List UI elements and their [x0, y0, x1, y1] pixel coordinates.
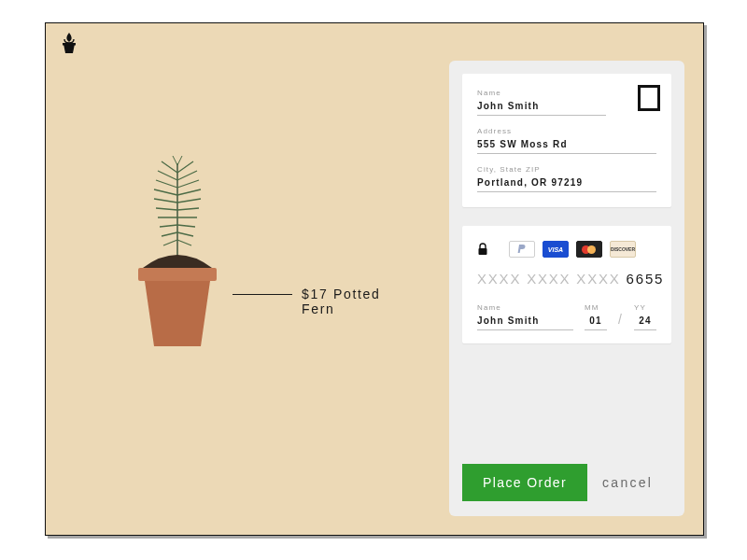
cardholder-name-input[interactable]	[477, 314, 573, 330]
product-preview: $17 Potted Fern	[92, 163, 410, 406]
shipping-city-label: City, State ZIP	[477, 165, 656, 174]
checkout-panel: Name Address City, State ZIP	[449, 61, 684, 516]
brand-logo	[57, 31, 81, 55]
potted-fern-illustration	[107, 145, 247, 378]
shipping-name-input[interactable]	[477, 99, 606, 116]
shipping-card: Name Address City, State ZIP	[462, 74, 671, 207]
expiry-mm-input[interactable]	[585, 314, 607, 330]
expiry-mm-label: MM	[585, 303, 607, 312]
payment-method-discover[interactable]: DISCOVER	[610, 241, 636, 258]
card-number-mask: XXXX XXXX XXXX	[477, 271, 621, 287]
product-label: $17 Potted Fern	[302, 287, 410, 316]
cancel-button[interactable]: cancel	[602, 475, 653, 490]
payment-method-visa[interactable]: VISA	[543, 241, 569, 258]
payment-method-paypal[interactable]	[509, 241, 535, 258]
cardholder-name-label: Name	[477, 303, 573, 312]
place-order-button[interactable]: Place Order	[462, 464, 587, 501]
shipping-address-label: Address	[477, 127, 656, 135]
stamp-icon	[638, 85, 660, 111]
shipping-name-label: Name	[477, 89, 656, 97]
card-number-display[interactable]: XXXX XXXX XXXX 6655	[477, 271, 656, 287]
svg-rect-2	[479, 248, 487, 255]
shipping-address-input[interactable]	[477, 137, 656, 154]
expiry-yy-input[interactable]	[634, 314, 656, 330]
lock-icon	[477, 243, 488, 256]
svg-rect-1	[138, 268, 217, 281]
card-number-last4: 6655	[627, 271, 665, 287]
svg-rect-0	[63, 43, 76, 46]
shipping-city-input[interactable]	[477, 175, 656, 192]
checkout-canvas: $17 Potted Fern Name Address City, State…	[45, 22, 704, 536]
payment-card: VISA DISCOVER XXXX XXXX XXXX 6655 Name M…	[462, 226, 671, 343]
expiry-yy-label: YY	[634, 303, 656, 312]
label-connector-line	[233, 294, 292, 295]
expiry-separator: /	[618, 312, 623, 330]
payment-method-mastercard[interactable]	[576, 241, 602, 258]
